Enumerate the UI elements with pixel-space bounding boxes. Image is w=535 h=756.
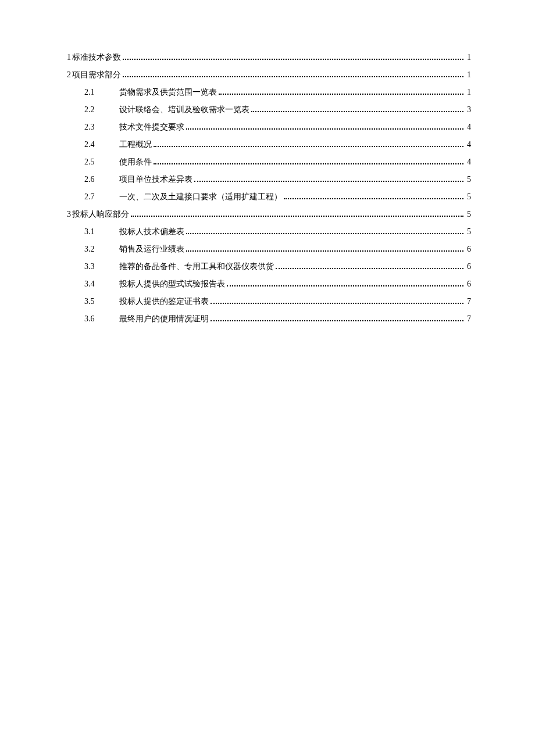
toc-entry: 2项目需求部分1 <box>67 69 471 81</box>
toc-entry-title: 标准技术参数 <box>72 51 121 63</box>
toc-entry-number: 2.2 <box>84 103 119 116</box>
toc-leader-dots <box>276 261 463 269</box>
toc-entry-page: 1 <box>465 51 471 63</box>
toc-entry-page: 3 <box>465 103 471 116</box>
toc-entry-title: 工程概况 <box>119 138 152 151</box>
toc-leader-dots <box>131 209 463 217</box>
toc-entry: 2.2设计联络会、培训及验收需求一览表3 <box>67 103 471 116</box>
toc-entry-page: 5 <box>465 191 471 203</box>
toc-entry-number: 2.5 <box>84 156 119 168</box>
toc-entry-title: 投标人提供的型式试验报告表 <box>119 278 225 290</box>
toc-entry-number: 3.5 <box>84 295 119 307</box>
toc-entry-page: 1 <box>465 86 471 98</box>
toc-entry-number: 3.2 <box>84 243 119 255</box>
toc-entry-page: 5 <box>465 173 471 185</box>
toc-leader-dots <box>219 87 463 95</box>
toc-entry-page: 5 <box>465 225 471 238</box>
toc-entry-number: 2.1 <box>84 86 119 98</box>
toc-entry-number: 2 <box>67 69 71 81</box>
toc-entry-number: 3.4 <box>84 278 119 290</box>
toc-entry-page: 6 <box>465 260 471 273</box>
toc-entry: 2.4工程概况4 <box>67 138 471 151</box>
toc-entry-title: 项目单位技术差异表 <box>119 173 192 185</box>
toc-leader-dots <box>211 296 463 304</box>
toc-entry: 3投标人响应部分5 <box>67 208 471 220</box>
toc-entry-title: 一次、二次及土建接口要求（适用扩建工程） <box>119 191 282 203</box>
toc-entry-page: 4 <box>465 121 471 133</box>
toc-entry-number: 2.3 <box>84 121 119 133</box>
toc-entry-number: 3.1 <box>84 225 119 238</box>
toc-entry-page: 5 <box>465 208 471 220</box>
toc-entry-page: 6 <box>465 243 471 255</box>
toc-entry-page: 7 <box>465 295 471 307</box>
toc-entry-page: 7 <box>465 313 471 325</box>
toc-entry: 3.5投标人提供的鉴定证书表7 <box>67 295 471 307</box>
toc-leader-dots <box>211 313 463 321</box>
toc-entry-title: 投标人提供的鉴定证书表 <box>119 295 209 307</box>
toc-entry-number: 2.6 <box>84 173 119 185</box>
toc-entry-page: 1 <box>465 69 471 81</box>
toc-entry-number: 3.6 <box>84 313 119 325</box>
toc-entry: 3.1投标人技术偏差表5 <box>67 225 471 238</box>
toc-entry: 3.2销售及运行业绩表6 <box>67 243 471 255</box>
toc-entry-title: 投标人响应部分 <box>72 208 129 220</box>
toc-leader-dots <box>251 104 463 112</box>
toc-leader-dots <box>154 139 463 147</box>
toc-entry-title: 项目需求部分 <box>72 69 121 81</box>
toc-entry: 2.7一次、二次及土建接口要求（适用扩建工程）5 <box>67 191 471 203</box>
toc-entry-number: 3.3 <box>84 260 119 273</box>
toc-entry-page: 6 <box>465 278 471 290</box>
document-page: 1标准技术参数12项目需求部分12.1货物需求及供货范围一览表12.2设计联络会… <box>0 0 535 325</box>
toc-entry-title: 技术文件提交要求 <box>119 121 184 133</box>
toc-entry-title: 设计联络会、培训及验收需求一览表 <box>119 103 249 116</box>
table-of-contents: 1标准技术参数12项目需求部分12.1货物需求及供货范围一览表12.2设计联络会… <box>67 51 471 325</box>
toc-leader-dots <box>186 121 463 130</box>
toc-leader-dots <box>194 174 463 182</box>
toc-leader-dots <box>227 278 463 286</box>
toc-leader-dots <box>154 156 463 164</box>
toc-entry: 2.5使用条件4 <box>67 156 471 168</box>
toc-entry: 3.3推荐的备品备件、专用工具和仪器仪表供货6 <box>67 260 471 273</box>
toc-entry: 1标准技术参数1 <box>67 51 471 63</box>
toc-leader-dots <box>123 52 463 60</box>
toc-entry-page: 4 <box>465 156 471 168</box>
toc-leader-dots <box>284 191 463 199</box>
toc-entry-title: 最终用户的使用情况证明 <box>119 313 209 325</box>
toc-entry: 2.1货物需求及供货范围一览表1 <box>67 86 471 98</box>
toc-entry: 2.3技术文件提交要求4 <box>67 121 471 133</box>
toc-entry-page: 4 <box>465 138 471 151</box>
toc-leader-dots <box>186 226 463 234</box>
toc-entry-title: 投标人技术偏差表 <box>119 225 184 238</box>
toc-entry: 3.4投标人提供的型式试验报告表6 <box>67 278 471 290</box>
toc-entry-number: 3 <box>67 208 71 220</box>
toc-entry: 2.6项目单位技术差异表5 <box>67 173 471 185</box>
toc-entry: 3.6最终用户的使用情况证明7 <box>67 313 471 325</box>
toc-entry-number: 2.4 <box>84 138 119 151</box>
toc-leader-dots <box>123 69 463 77</box>
toc-entry-title: 货物需求及供货范围一览表 <box>119 86 217 98</box>
toc-entry-title: 推荐的备品备件、专用工具和仪器仪表供货 <box>119 260 274 273</box>
toc-entry-number: 2.7 <box>84 191 119 203</box>
toc-leader-dots <box>186 243 463 252</box>
toc-entry-title: 使用条件 <box>119 156 152 168</box>
toc-entry-title: 销售及运行业绩表 <box>119 243 184 255</box>
toc-entry-number: 1 <box>67 51 71 63</box>
